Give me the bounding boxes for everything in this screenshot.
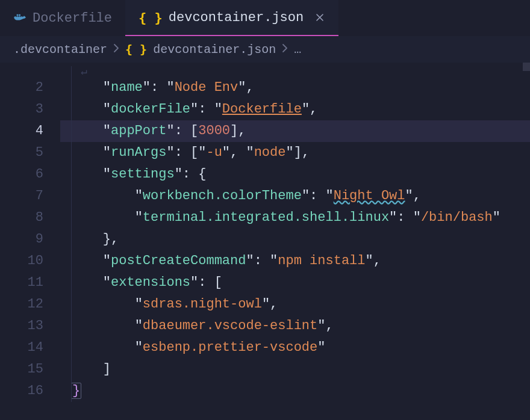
tab-bar: Dockerfile { } devcontainer.json	[0, 0, 530, 36]
json-icon: { }	[139, 10, 163, 25]
tab-label: Dockerfile	[33, 11, 112, 26]
close-icon[interactable]	[314, 12, 325, 23]
line-number: 9	[0, 229, 43, 250]
json-icon: { }	[125, 42, 147, 57]
line-number: 10	[0, 250, 43, 272]
chevron-right-icon	[113, 43, 119, 57]
docker-icon	[13, 13, 26, 23]
scrollbar-marker[interactable]	[523, 63, 530, 71]
code-line[interactable]: "sdras.night-owl",	[60, 294, 530, 315]
chevron-right-icon	[282, 43, 288, 57]
svg-rect-3	[17, 14, 19, 16]
tab-dockerfile[interactable]: Dockerfile	[0, 0, 125, 36]
code-line[interactable]: "postCreateCommand": "npm install",	[60, 250, 530, 272]
line-number: 15	[0, 359, 43, 380]
tab-devcontainer-json[interactable]: { } devcontainer.json	[125, 0, 338, 36]
code-line[interactable]: },	[60, 229, 530, 250]
line-number: 8	[0, 207, 43, 229]
code-line[interactable]: "esbenp.prettier-vscode"	[60, 337, 530, 359]
svg-rect-4	[19, 14, 20, 16]
code-line[interactable]: "workbench.colorTheme": "Night Owl",	[60, 185, 530, 207]
breadcrumb[interactable]: .devcontainer { } devcontainer.json …	[0, 36, 530, 63]
code-line[interactable]: "appPort": [3000],	[60, 120, 530, 142]
line-number: 5	[0, 142, 43, 164]
code-line[interactable]: }	[60, 380, 530, 402]
indent-guide	[71, 66, 72, 402]
line-number: 7	[0, 185, 43, 207]
code-line[interactable]: "dockerFile": "Dockerfile",	[60, 99, 530, 120]
breadcrumb-symbol[interactable]: …	[294, 43, 301, 57]
line-number: 13	[0, 315, 43, 337]
line-number-gutter: 2345678910111213141516	[0, 66, 60, 402]
line-number: 6	[0, 164, 43, 185]
code-line[interactable]: "extensions": [	[60, 272, 530, 294]
code-area[interactable]: ↵ "name": "Node Env", "dockerFile": "Doc…	[60, 66, 530, 402]
code-line[interactable]: ]	[60, 359, 530, 380]
code-line[interactable]: "terminal.integrated.shell.linux": "/bin…	[60, 207, 530, 229]
whitespace-marker-icon: ↵	[81, 66, 87, 77]
tab-label: devcontainer.json	[169, 10, 304, 25]
code-line[interactable]: "settings": {	[60, 164, 530, 185]
line-number: 3	[0, 99, 43, 120]
editor[interactable]: 2345678910111213141516 ↵ "name": "Node E…	[0, 63, 530, 402]
line-number: 11	[0, 272, 43, 294]
code-line[interactable]: "dbaeumer.vscode-eslint",	[60, 315, 530, 337]
line-number: 12	[0, 294, 43, 315]
breadcrumb-folder[interactable]: .devcontainer	[13, 43, 107, 57]
line-number: 16	[0, 380, 43, 402]
code-line[interactable]: "runArgs": ["-u", "node"],	[60, 142, 530, 164]
breadcrumb-file[interactable]: devcontainer.json	[153, 43, 276, 57]
code-line[interactable]: "name": "Node Env",	[60, 77, 530, 99]
line-number: 4	[0, 120, 43, 142]
line-number: 14	[0, 337, 43, 359]
line-number: 2	[0, 77, 43, 99]
